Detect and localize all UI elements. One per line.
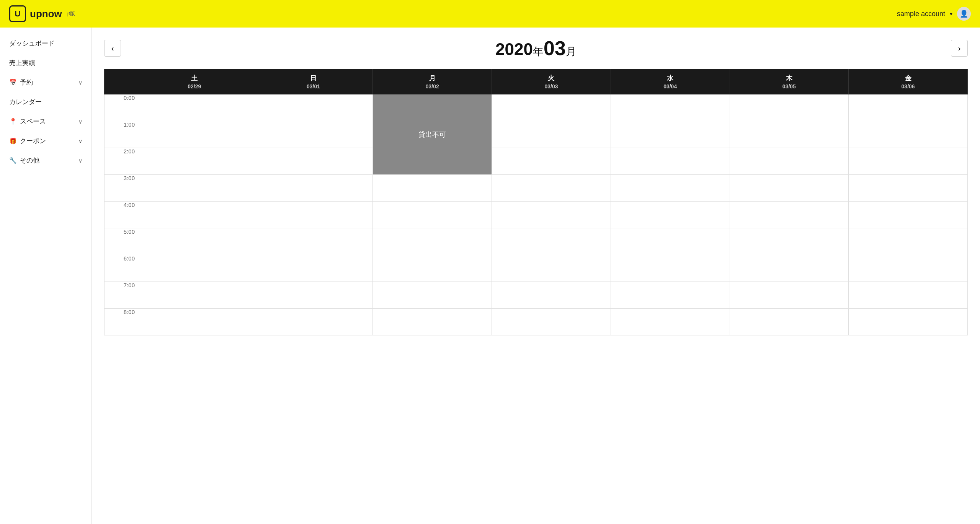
calendar-cell[interactable] xyxy=(135,309,254,335)
calendar-cell[interactable] xyxy=(611,282,730,309)
calendar-cell[interactable] xyxy=(373,255,492,282)
reservation-icon: 📅 xyxy=(9,79,17,86)
time-label: 0:00 xyxy=(105,94,135,121)
tsuki-label: 月 xyxy=(566,46,577,57)
sidebar-item-reservation[interactable]: 📅予約∨ xyxy=(0,73,91,92)
calendar-cell[interactable] xyxy=(135,121,254,148)
logo-area: U upnow β版 xyxy=(9,5,75,22)
sidebar-item-sales[interactable]: 売上実績 xyxy=(0,53,91,73)
calendar-cell[interactable] xyxy=(611,175,730,202)
sidebar-item-coupon[interactable]: 🎁クーポン∨ xyxy=(0,131,91,151)
calendar-cell[interactable] xyxy=(135,228,254,255)
calendar-cell[interactable] xyxy=(373,282,492,309)
calendar-cell[interactable] xyxy=(492,202,611,228)
calendar-cell[interactable] xyxy=(135,148,254,175)
calendar-cell[interactable] xyxy=(135,94,254,121)
calendar-row: 8:00 xyxy=(105,309,968,335)
main-content: ‹ 2020年03月 › 土02/29日03/01月03/02火03/03水03… xyxy=(92,28,980,524)
calendar-cell[interactable] xyxy=(135,175,254,202)
next-week-button[interactable]: › xyxy=(951,40,968,57)
calendar-cell[interactable] xyxy=(730,94,849,121)
calendar-cell[interactable] xyxy=(373,228,492,255)
calendar-cell[interactable] xyxy=(730,148,849,175)
calendar-cell[interactable] xyxy=(730,282,849,309)
calendar-cell[interactable] xyxy=(611,202,730,228)
calendar-cell[interactable] xyxy=(254,202,373,228)
sidebar-item-calendar[interactable]: カレンダー xyxy=(0,92,91,112)
calendar-cell[interactable] xyxy=(254,309,373,335)
day-name: 日 xyxy=(257,74,370,83)
calendar-cell[interactable] xyxy=(611,309,730,335)
calendar-cell[interactable] xyxy=(730,175,849,202)
beta-badge: β版 xyxy=(67,10,75,17)
chevron-down-icon: ∨ xyxy=(78,138,82,144)
calendar-cell[interactable] xyxy=(254,282,373,309)
calendar-cell[interactable] xyxy=(373,175,492,202)
calendar-month: 03 xyxy=(544,37,566,59)
calendar-cell[interactable] xyxy=(254,148,373,175)
calendar-cell[interactable] xyxy=(492,94,611,121)
calendar-cell[interactable] xyxy=(492,228,611,255)
calendar-cell[interactable] xyxy=(849,255,968,282)
calendar-cell[interactable] xyxy=(849,228,968,255)
prev-week-button[interactable]: ‹ xyxy=(104,40,121,57)
calendar-cell[interactable] xyxy=(730,255,849,282)
col-header-水: 水03/04 xyxy=(611,69,730,94)
day-date: 03/03 xyxy=(495,83,608,90)
blocked-label: 貸出不可 xyxy=(373,94,492,174)
day-name: 金 xyxy=(852,74,964,83)
calendar-cell[interactable] xyxy=(849,121,968,148)
calendar-cell[interactable] xyxy=(492,255,611,282)
calendar-cell[interactable] xyxy=(373,309,492,335)
calendar-cell[interactable] xyxy=(730,309,849,335)
calendar-cell[interactable] xyxy=(849,94,968,121)
calendar-cell[interactable] xyxy=(611,228,730,255)
calendar-cell[interactable] xyxy=(135,202,254,228)
calendar-cell[interactable] xyxy=(254,175,373,202)
time-label: 2:00 xyxy=(105,148,135,175)
account-name: sample account xyxy=(897,10,945,18)
calendar-row: 3:00 xyxy=(105,175,968,202)
sidebar-label-other: その他 xyxy=(20,156,39,165)
calendar-cell[interactable] xyxy=(254,255,373,282)
blocked-slot: 貸出不可 xyxy=(373,94,492,175)
calendar-cell[interactable] xyxy=(849,175,968,202)
sidebar-item-other[interactable]: 🔧その他∨ xyxy=(0,151,91,170)
calendar-cell[interactable] xyxy=(730,228,849,255)
calendar-cell[interactable] xyxy=(611,121,730,148)
calendar-cell[interactable] xyxy=(492,175,611,202)
calendar-cell[interactable] xyxy=(492,121,611,148)
calendar-cell[interactable] xyxy=(611,94,730,121)
coupon-icon: 🎁 xyxy=(9,137,17,145)
calendar-cell[interactable] xyxy=(730,202,849,228)
sidebar-item-space[interactable]: 📍スペース∨ xyxy=(0,112,91,131)
space-icon: 📍 xyxy=(9,118,17,125)
time-label: 1:00 xyxy=(105,121,135,148)
chevron-down-icon: ∨ xyxy=(78,158,82,164)
calendar-cell[interactable] xyxy=(611,255,730,282)
calendar-header-row: 土02/29日03/01月03/02火03/03水03/04木03/05金03/… xyxy=(105,69,968,94)
sidebar-item-dashboard[interactable]: ダッシュボード xyxy=(0,34,91,53)
calendar-cell[interactable] xyxy=(492,309,611,335)
calendar-cell[interactable] xyxy=(849,282,968,309)
calendar-cell[interactable] xyxy=(492,148,611,175)
calendar-cell[interactable] xyxy=(254,94,373,121)
calendar-row: 4:00 xyxy=(105,202,968,228)
account-area[interactable]: sample account ▾ 👤 xyxy=(897,7,971,21)
calendar-cell[interactable] xyxy=(849,309,968,335)
day-name: 月 xyxy=(376,74,488,83)
calendar-cell[interactable] xyxy=(254,121,373,148)
calendar-cell[interactable] xyxy=(849,148,968,175)
calendar-cell[interactable] xyxy=(254,228,373,255)
calendar-cell[interactable] xyxy=(611,148,730,175)
day-date: 03/02 xyxy=(376,83,488,90)
calendar-cell[interactable] xyxy=(849,202,968,228)
calendar-cell[interactable] xyxy=(135,282,254,309)
day-date: 03/01 xyxy=(257,83,370,90)
calendar-cell[interactable] xyxy=(135,255,254,282)
calendar-cell[interactable] xyxy=(492,282,611,309)
calendar-cell[interactable] xyxy=(730,121,849,148)
time-label: 8:00 xyxy=(105,309,135,335)
logo-icon: U xyxy=(9,5,26,22)
calendar-cell[interactable] xyxy=(373,202,492,228)
